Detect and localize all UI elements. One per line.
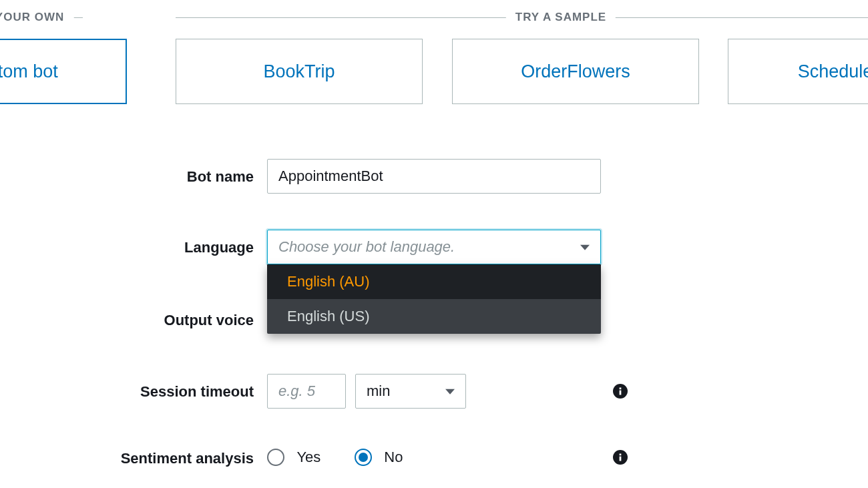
session-timeout-input[interactable] bbox=[267, 374, 346, 409]
card-orderflowers[interactable]: OrderFlowers bbox=[452, 39, 699, 104]
card-scheduleapp[interactable]: ScheduleApp bbox=[728, 39, 868, 104]
sentiment-no-radio[interactable] bbox=[355, 449, 372, 466]
language-option-us-label: English (US) bbox=[287, 308, 369, 325]
card-booktrip[interactable]: BookTrip bbox=[176, 39, 423, 104]
label-sentiment: Sentiment analysis bbox=[0, 450, 254, 467]
section-label-sample: TRY A SAMPLE bbox=[506, 11, 616, 24]
sentiment-no-label: No bbox=[384, 449, 403, 466]
svg-rect-4 bbox=[620, 457, 622, 461]
language-option-au-label: English (AU) bbox=[287, 273, 369, 290]
sentiment-yes-radio[interactable] bbox=[267, 449, 284, 466]
info-icon[interactable] bbox=[613, 450, 628, 465]
svg-rect-1 bbox=[620, 391, 622, 395]
language-option-au[interactable]: English (AU) bbox=[267, 264, 601, 299]
card-booktrip-label: BookTrip bbox=[263, 61, 335, 82]
language-option-us[interactable]: English (US) bbox=[267, 299, 601, 334]
language-dropdown: English (AU) English (US) bbox=[267, 264, 601, 334]
language-select[interactable]: Choose your bot language. bbox=[267, 230, 601, 264]
label-session-timeout: Session timeout bbox=[0, 383, 254, 401]
label-language: Language bbox=[0, 239, 254, 256]
svg-rect-2 bbox=[620, 388, 622, 390]
card-row: stom bot BookTrip OrderFlowers ScheduleA… bbox=[0, 39, 868, 104]
card-scheduleapp-label: ScheduleApp bbox=[798, 61, 868, 82]
bot-name-input[interactable] bbox=[267, 159, 601, 194]
session-timeout-unit-select[interactable]: min bbox=[355, 374, 466, 409]
card-orderflowers-label: OrderFlowers bbox=[521, 61, 630, 82]
section-label-create: TE YOUR OWN bbox=[0, 11, 73, 24]
caret-down-icon bbox=[445, 389, 455, 395]
svg-rect-5 bbox=[620, 454, 622, 456]
card-custom-bot-label: stom bot bbox=[0, 61, 58, 82]
session-timeout-unit-label: min bbox=[367, 383, 390, 400]
label-output-voice: Output voice bbox=[0, 312, 254, 329]
caret-down-icon bbox=[580, 245, 590, 250]
sentiment-radio-group: Yes No bbox=[267, 449, 433, 466]
sentiment-yes-label: Yes bbox=[296, 449, 320, 466]
language-select-placeholder: Choose your bot language. bbox=[278, 238, 455, 256]
info-icon[interactable] bbox=[613, 384, 628, 399]
label-bot-name: Bot name bbox=[0, 168, 254, 186]
card-custom-bot[interactable]: stom bot bbox=[0, 39, 127, 104]
